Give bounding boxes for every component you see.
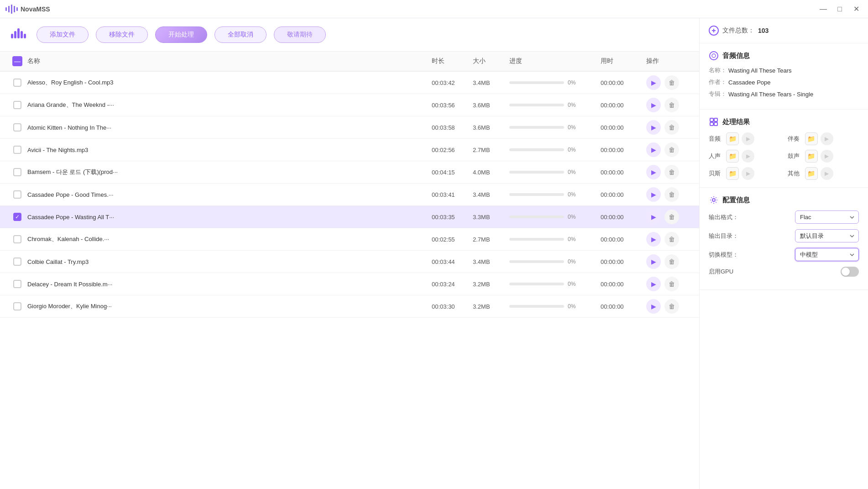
row-play-button[interactable]: ▶ bbox=[646, 142, 661, 157]
svg-point-8 bbox=[710, 52, 718, 60]
row-duration: 00:03:30 bbox=[432, 303, 473, 310]
remove-file-button[interactable]: 移除文件 bbox=[96, 26, 148, 43]
row-delete-button[interactable]: 🗑 bbox=[664, 210, 679, 224]
result-play-btn-other[interactable]: ▶ bbox=[821, 167, 833, 180]
row-checkbox[interactable] bbox=[13, 190, 21, 199]
row-delete-button[interactable]: 🗑 bbox=[664, 299, 679, 314]
row-checkbox[interactable] bbox=[13, 235, 21, 243]
result-folder-btn-drums[interactable]: 📁 bbox=[805, 150, 818, 163]
row-checkbox[interactable] bbox=[13, 302, 21, 310]
start-process-button[interactable]: 开始处理 bbox=[155, 26, 207, 43]
row-checkbox[interactable] bbox=[13, 146, 21, 154]
row-duration: 00:03:56 bbox=[432, 102, 473, 109]
output-format-select[interactable]: Flac MP3 WAV AAC bbox=[795, 210, 859, 224]
row-checkbox[interactable]: ✓ bbox=[13, 213, 21, 221]
table-row: Cassadee Pope - Good Times.··· 00:03:41 … bbox=[0, 184, 699, 206]
svg-rect-0 bbox=[11, 34, 13, 38]
row-name: Ariana Grande、The Weeknd -··· bbox=[27, 101, 432, 109]
row-delete-button[interactable]: 🗑 bbox=[664, 187, 679, 202]
result-play-btn-vocals[interactable]: ▶ bbox=[742, 150, 754, 163]
result-play-btn-bass[interactable]: ▶ bbox=[742, 167, 754, 180]
result-label-instrumental: 伴奏 bbox=[788, 135, 802, 143]
progress-pct: 0% bbox=[568, 102, 582, 108]
row-play-button[interactable]: ▶ bbox=[646, 120, 661, 135]
row-play-button[interactable]: ▶ bbox=[646, 98, 661, 112]
result-folder-btn-instrumental[interactable]: 📁 bbox=[805, 132, 818, 145]
row-play-button[interactable]: ▶ bbox=[646, 277, 661, 291]
select-all-checkbox[interactable]: — bbox=[12, 56, 22, 66]
row-checkbox[interactable] bbox=[13, 79, 21, 87]
progress-pct: 0% bbox=[568, 191, 582, 198]
row-play-button[interactable]: ▶ bbox=[646, 165, 661, 179]
title-bar-controls: — □ ✕ bbox=[817, 3, 863, 16]
progress-pct: 0% bbox=[568, 281, 582, 287]
row-delete-button[interactable]: 🗑 bbox=[664, 98, 679, 112]
maximize-button[interactable]: □ bbox=[833, 3, 846, 16]
output-dir-select[interactable]: 默认目录 自定义目录 bbox=[795, 229, 859, 242]
svg-rect-11 bbox=[714, 118, 717, 121]
progress-container: 0% bbox=[509, 124, 601, 131]
row-play-button[interactable]: ▶ bbox=[646, 75, 661, 90]
row-checkbox[interactable] bbox=[13, 258, 21, 266]
result-play-btn-instrumental[interactable]: ▶ bbox=[821, 132, 833, 145]
close-button[interactable]: ✕ bbox=[850, 3, 863, 16]
model-select[interactable]: 轻模型 中模型 重模型 bbox=[795, 248, 859, 261]
row-play-button[interactable]: ▶ bbox=[646, 299, 661, 314]
row-size: 3.4MB bbox=[473, 79, 509, 86]
minimize-button[interactable]: — bbox=[817, 3, 830, 16]
row-delete-button[interactable]: 🗑 bbox=[664, 142, 679, 157]
result-play-btn-audio[interactable]: ▶ bbox=[742, 132, 754, 145]
result-folder-btn-other[interactable]: 📁 bbox=[805, 167, 818, 180]
config-icon bbox=[709, 195, 719, 205]
result-folder-btn-bass[interactable]: 📁 bbox=[726, 167, 739, 180]
progress-bar-bg bbox=[509, 216, 564, 218]
cancel-all-button[interactable]: 全部取消 bbox=[214, 26, 267, 43]
file-count-value: 103 bbox=[758, 27, 769, 34]
table-row: Colbie Caillat - Try.mp3 00:03:44 3.4MB … bbox=[0, 251, 699, 273]
row-play-button[interactable]: ▶ bbox=[646, 232, 661, 247]
left-panel: 添加文件 移除文件 开始处理 全部取消 敬请期待 — 名称 时长 大小 进度 用… bbox=[0, 18, 699, 489]
row-duration: 00:04:15 bbox=[432, 169, 473, 176]
row-delete-button[interactable]: 🗑 bbox=[664, 120, 679, 135]
result-label-vocals: 人声 bbox=[709, 152, 723, 160]
row-checkbox[interactable] bbox=[13, 101, 21, 109]
row-play-button[interactable]: ▶ bbox=[646, 210, 661, 224]
row-checkbox[interactable] bbox=[13, 123, 21, 131]
row-delete-button[interactable]: 🗑 bbox=[664, 165, 679, 179]
result-folder-btn-audio[interactable]: 📁 bbox=[726, 132, 739, 145]
row-checkbox[interactable] bbox=[13, 280, 21, 288]
waiting-button[interactable]: 敬请期待 bbox=[274, 26, 326, 43]
logo-icon bbox=[5, 5, 18, 14]
config-section: 配置信息 输出格式： Flac MP3 WAV AAC 输出目录： 默认目录 自… bbox=[700, 188, 868, 290]
row-delete-button[interactable]: 🗑 bbox=[664, 75, 679, 90]
audio-artist-label: 作者： bbox=[709, 78, 727, 86]
result-play-btn-drums[interactable]: ▶ bbox=[821, 150, 833, 163]
table-row: Atomic Kitten - Nothing In The··· 00:03:… bbox=[0, 116, 699, 139]
table-body: Alesso、Roy English - Cool.mp3 00:03:42 3… bbox=[0, 72, 699, 489]
results-grid: 音频 📁 ▶ 伴奏 📁 ▶ 人声 📁 ▶ 鼓声 📁 ▶ 贝斯 📁 ▶ 其他 📁 … bbox=[709, 132, 859, 180]
row-actions: ▶ 🗑 bbox=[646, 98, 692, 112]
row-checkbox[interactable] bbox=[13, 168, 21, 176]
row-delete-button[interactable]: 🗑 bbox=[664, 254, 679, 269]
output-dir-row: 输出目录： 默认目录 自定义目录 bbox=[709, 229, 859, 242]
row-actions: ▶ 🗑 bbox=[646, 254, 692, 269]
row-play-button[interactable]: ▶ bbox=[646, 187, 661, 202]
header-actions: 操作 bbox=[646, 57, 692, 65]
row-duration: 00:03:44 bbox=[432, 258, 473, 265]
result-folder-btn-vocals[interactable]: 📁 bbox=[726, 150, 739, 163]
row-duration: 00:03:24 bbox=[432, 281, 473, 288]
row-duration: 00:02:56 bbox=[432, 147, 473, 153]
gpu-toggle[interactable] bbox=[841, 267, 859, 277]
add-file-button[interactable]: 添加文件 bbox=[37, 26, 89, 43]
row-size: 3.2MB bbox=[473, 281, 509, 288]
progress-container: 0% bbox=[509, 191, 601, 198]
svg-rect-1 bbox=[14, 31, 16, 38]
result-label-bass: 贝斯 bbox=[709, 169, 723, 178]
row-delete-button[interactable]: 🗑 bbox=[664, 277, 679, 291]
result-label-drums: 鼓声 bbox=[788, 152, 802, 160]
gpu-toggle-container[interactable] bbox=[841, 267, 859, 277]
row-size: 2.7MB bbox=[473, 147, 509, 153]
progress-container: 0% bbox=[509, 281, 601, 287]
row-play-button[interactable]: ▶ bbox=[646, 254, 661, 269]
row-delete-button[interactable]: 🗑 bbox=[664, 232, 679, 247]
